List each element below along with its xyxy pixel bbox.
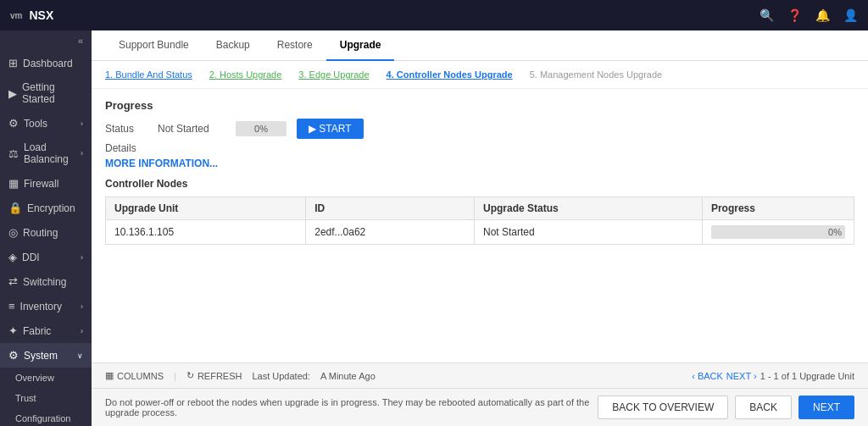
bell-icon[interactable]: 🔔 bbox=[815, 8, 830, 22]
tabs-bar: Support Bundle Backup Restore Upgrade bbox=[92, 30, 868, 61]
progress-cell-value: 0% bbox=[828, 227, 842, 237]
back-to-overview-button[interactable]: BACK TO OVERVIEW bbox=[598, 396, 728, 419]
step-2[interactable]: 2. Hosts Upgrade bbox=[209, 69, 282, 80]
tab-backup[interactable]: Backup bbox=[203, 30, 264, 61]
col-progress: Progress bbox=[702, 197, 854, 220]
sidebar: « ⊞ Dashboard ▶ Getting Started ⚙ Tools … bbox=[0, 30, 92, 426]
next-button[interactable]: NEXT bbox=[798, 396, 854, 419]
content-area: Support Bundle Backup Restore Upgrade 1.… bbox=[92, 30, 868, 426]
step-4[interactable]: 4. Controller Nodes Upgrade bbox=[387, 69, 513, 80]
firewall-icon: ▦ bbox=[8, 177, 19, 190]
separator: | bbox=[174, 371, 176, 381]
sidebar-item-routing[interactable]: ◎ Routing bbox=[0, 220, 92, 245]
app-name: NSX bbox=[29, 8, 53, 22]
sidebar-item-trust[interactable]: Trust bbox=[0, 388, 92, 408]
getting-started-icon: ▶ bbox=[8, 87, 17, 100]
help-icon[interactable]: ❓ bbox=[787, 8, 802, 22]
sidebar-item-ddi[interactable]: ◈ DDI › bbox=[0, 245, 92, 269]
tab-restore[interactable]: Restore bbox=[264, 30, 326, 61]
last-updated-prefix: Last Updated: bbox=[252, 371, 310, 381]
columns-button[interactable]: ▦ COLUMNS bbox=[105, 370, 164, 381]
cell-progress: 0% bbox=[702, 220, 854, 245]
refresh-icon: ↻ bbox=[186, 370, 194, 381]
details-label: Details bbox=[105, 142, 854, 154]
footer-message: Do not power-off or reboot the nodes whe… bbox=[105, 397, 598, 418]
refresh-button[interactable]: ↻ REFRESH bbox=[186, 370, 242, 381]
routing-icon: ◎ bbox=[8, 226, 18, 239]
start-button[interactable]: ▶ START bbox=[297, 119, 364, 139]
ddi-icon: ◈ bbox=[8, 251, 17, 263]
load-balancing-icon: ⚖ bbox=[8, 147, 19, 160]
chevron-right-icon: › bbox=[81, 149, 83, 158]
sidebar-item-label: Encryption bbox=[27, 202, 75, 214]
sidebar-item-label: Switching bbox=[23, 276, 66, 288]
controller-nodes-table: Upgrade Unit ID Upgrade Status Progress … bbox=[105, 196, 854, 245]
sidebar-item-dashboard[interactable]: ⊞ Dashboard bbox=[0, 51, 92, 75]
chevron-down-icon: ∨ bbox=[77, 351, 83, 360]
fabric-icon: ✦ bbox=[8, 324, 18, 337]
more-information-link[interactable]: MORE INFORMATION... bbox=[105, 158, 854, 169]
main-layout: « ⊞ Dashboard ▶ Getting Started ⚙ Tools … bbox=[0, 30, 868, 426]
footer-buttons: BACK TO OVERVIEW BACK NEXT bbox=[598, 396, 854, 419]
back-button[interactable]: BACK bbox=[735, 396, 792, 419]
chevron-right-icon: › bbox=[81, 253, 83, 262]
sidebar-item-getting-started[interactable]: ▶ Getting Started bbox=[0, 75, 92, 111]
sidebar-item-label: DDI bbox=[22, 252, 40, 263]
vm-logo: vm bbox=[10, 11, 22, 20]
step-1[interactable]: 1. Bundle And Status bbox=[105, 69, 192, 80]
sidebar-item-firewall[interactable]: ▦ Firewall bbox=[0, 171, 92, 196]
sidebar-item-configuration[interactable]: Configuration bbox=[0, 408, 92, 426]
cell-upgrade-unit[interactable]: 10.136.1.105 bbox=[106, 220, 306, 245]
sidebar-item-tools[interactable]: ⚙ Tools › bbox=[0, 111, 92, 136]
sidebar-item-encryption[interactable]: 🔒 Encryption bbox=[0, 196, 92, 220]
search-icon[interactable]: 🔍 bbox=[760, 8, 774, 22]
tools-icon: ⚙ bbox=[8, 117, 19, 130]
back-page-button[interactable]: ‹ BACK bbox=[692, 371, 723, 381]
sidebar-collapse-button[interactable]: « bbox=[0, 30, 92, 51]
step-5[interactable]: 5. Management Nodes Upgrade bbox=[530, 69, 663, 80]
col-upgrade-status: Upgrade Status bbox=[474, 197, 702, 220]
progress-cell-bar: 0% bbox=[711, 225, 845, 239]
content-body: Progress Status Not Started 0% ▶ START D… bbox=[92, 89, 868, 362]
brand: vm NSX bbox=[10, 8, 53, 22]
tab-upgrade[interactable]: Upgrade bbox=[326, 30, 395, 61]
next-page-button[interactable]: NEXT › bbox=[726, 371, 757, 381]
cell-upgrade-status: Not Started bbox=[474, 220, 702, 245]
progress-bar: 0% bbox=[236, 121, 287, 136]
inventory-icon: ≡ bbox=[8, 300, 15, 313]
chevron-right-icon: › bbox=[81, 119, 83, 128]
sidebar-item-fabric[interactable]: ✦ Fabric › bbox=[0, 318, 92, 343]
sidebar-item-system[interactable]: ⚙ System ∨ bbox=[0, 343, 92, 368]
sidebar-item-label: Dashboard bbox=[23, 58, 73, 69]
steps-bar: 1. Bundle And Status 2. Hosts Upgrade 3.… bbox=[92, 61, 868, 89]
sidebar-item-load-balancing[interactable]: ⚖ Load Balancing › bbox=[0, 136, 92, 171]
last-updated-value: A Minute Ago bbox=[320, 371, 376, 381]
chevron-right-icon: › bbox=[81, 327, 83, 335]
sidebar-item-label: Inventory bbox=[20, 301, 62, 313]
encryption-icon: 🔒 bbox=[8, 202, 22, 214]
tab-support-bundle[interactable]: Support Bundle bbox=[105, 30, 203, 61]
system-icon: ⚙ bbox=[8, 349, 19, 362]
progress-row: Status Not Started 0% ▶ START bbox=[105, 119, 854, 139]
dashboard-icon: ⊞ bbox=[8, 57, 18, 69]
pagination-nav: ‹ BACK NEXT › 1 - 1 of 1 Upgrade Unit bbox=[692, 371, 854, 381]
progress-section-title: Progress bbox=[105, 99, 854, 112]
status-label: Status bbox=[105, 123, 147, 135]
columns-label: COLUMNS bbox=[117, 371, 164, 381]
sidebar-item-switching[interactable]: ⇄ Switching bbox=[0, 269, 92, 294]
navbar: vm NSX 🔍 ❓ 🔔 👤 bbox=[0, 0, 868, 30]
sidebar-item-inventory[interactable]: ≡ Inventory › bbox=[0, 294, 92, 318]
user-icon[interactable]: 👤 bbox=[843, 8, 858, 22]
status-value: Not Started bbox=[158, 123, 225, 135]
cell-id: 2edf...0a62 bbox=[306, 220, 475, 245]
step-3[interactable]: 3. Edge Upgrade bbox=[298, 69, 369, 80]
pagination-info: ‹ BACK NEXT › 1 - 1 of 1 Upgrade Unit bbox=[692, 371, 854, 381]
pagination-count: 1 - 1 of 1 Upgrade Unit bbox=[760, 371, 854, 381]
progress-percent: 0% bbox=[254, 124, 268, 134]
sidebar-item-label: Tools bbox=[24, 118, 47, 130]
sidebar-item-overview[interactable]: Overview bbox=[0, 368, 92, 388]
footer: Do not power-off or reboot the nodes whe… bbox=[92, 388, 868, 426]
table-toolbar: ▦ COLUMNS | ↻ REFRESH Last Updated: A Mi… bbox=[92, 362, 868, 388]
table-row[interactable]: 10.136.1.105 2edf...0a62 Not Started 0% bbox=[106, 220, 854, 245]
refresh-label: REFRESH bbox=[198, 371, 242, 381]
